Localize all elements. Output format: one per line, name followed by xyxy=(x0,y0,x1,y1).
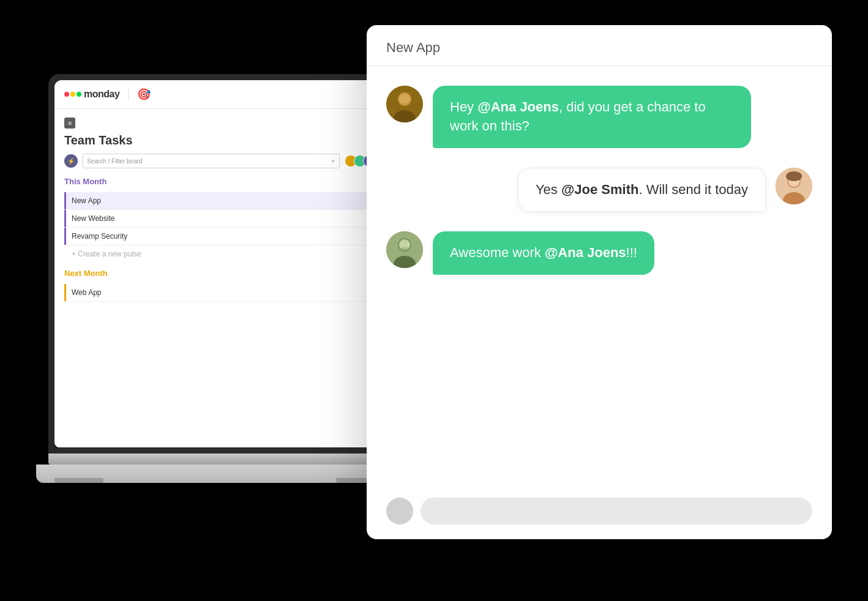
board-toolbar: ⚡ Search / Filter board ▼ xyxy=(64,154,375,168)
avatar-person1 xyxy=(386,86,423,122)
chat-messages: Hey @Ana Joens, did you get a chance to … xyxy=(367,66,832,488)
mention-ana-1: @Ana Joens xyxy=(477,99,559,114)
app-body: ≡ Team Tasks ⚡ Search / Filter board ▼ xyxy=(54,109,385,447)
pulse-icon: ⚡ xyxy=(64,154,78,168)
next-month-list: Web App xyxy=(64,284,375,302)
laptop-hinge xyxy=(48,454,391,465)
mention-ana-2: @Ana Joens xyxy=(545,245,626,260)
chat-panel: New App Hey @Ana Joens, did you get a xyxy=(367,25,832,539)
chat-input-area xyxy=(367,488,832,539)
message-row-1: Hey @Ana Joens, did you get a chance to … xyxy=(386,86,812,148)
sidebar-toggle-button[interactable]: ≡ xyxy=(64,118,75,129)
monday-logo: monday xyxy=(64,89,119,100)
message-row-2: Yes @Joe Smith. Will send it today xyxy=(386,168,812,212)
this-month-list: New App New Website Revamp Security xyxy=(64,192,375,245)
logo-dot-yellow xyxy=(70,92,75,97)
pulse-item-new-website[interactable]: New Website xyxy=(64,210,375,228)
avatar-person3 xyxy=(386,231,423,268)
person3-svg xyxy=(386,231,423,268)
next-month-header: Next Month xyxy=(64,269,375,280)
pulse-item-new-website-label: New Website xyxy=(72,214,114,223)
laptop-bottom xyxy=(36,465,403,483)
logo-divider xyxy=(128,88,129,100)
pulse-item-revamp-security[interactable]: Revamp Security xyxy=(64,228,375,245)
logo-dots xyxy=(64,92,81,97)
laptop-base xyxy=(36,454,403,539)
pulse-item-revamp-security-label: Revamp Security xyxy=(72,232,127,241)
message-bubble-3: Awesome work @Ana Joens!!! xyxy=(433,231,654,275)
pulse-item-new-app[interactable]: New App xyxy=(64,192,375,210)
logo-text: monday xyxy=(84,89,119,100)
avatar-person2 xyxy=(776,168,812,204)
board-title: Team Tasks xyxy=(64,133,375,147)
rocket-icon: 🎯 xyxy=(137,88,151,101)
chat-title: New App xyxy=(386,40,812,56)
search-box[interactable]: Search / Filter board ▼ xyxy=(83,154,340,168)
laptop-foot-left xyxy=(54,478,103,483)
svg-point-9 xyxy=(786,171,802,181)
pulse-item-web-app-label: Web App xyxy=(72,288,101,297)
monday-app: monday 🎯 ≡ Team Tasks xyxy=(54,80,385,447)
chat-input-avatar xyxy=(386,498,413,524)
person1-svg xyxy=(386,86,423,122)
pulse-item-web-app[interactable]: Web App xyxy=(64,284,375,302)
chat-header: New App xyxy=(367,25,832,66)
pulse-item-new-app-label: New App xyxy=(72,196,101,205)
search-dropdown-icon: ▼ xyxy=(331,159,335,164)
message-row-3: Awesome work @Ana Joens!!! xyxy=(386,231,812,275)
message-bubble-2: Yes @Joe Smith. Will send it today xyxy=(518,168,766,212)
svg-rect-4 xyxy=(402,103,407,105)
person2-svg xyxy=(776,168,812,204)
message-bubble-1: Hey @Ana Joens, did you get a chance to … xyxy=(433,86,751,148)
this-month-header: This Month xyxy=(64,177,375,189)
logo-dot-green xyxy=(77,92,81,97)
chat-input-box[interactable] xyxy=(421,498,812,524)
search-text: Search / Filter board xyxy=(87,158,143,165)
logo-dot-red xyxy=(64,92,69,97)
create-pulse-button[interactable]: + Create a new pulse xyxy=(64,245,375,263)
mention-joe: @Joe Smith xyxy=(561,182,639,197)
svg-point-14 xyxy=(400,247,410,252)
laptop: monday 🎯 ≡ Team Tasks xyxy=(36,74,403,539)
board-content: ≡ Team Tasks ⚡ Search / Filter board ▼ xyxy=(54,109,385,447)
app-header: monday 🎯 xyxy=(54,80,385,109)
